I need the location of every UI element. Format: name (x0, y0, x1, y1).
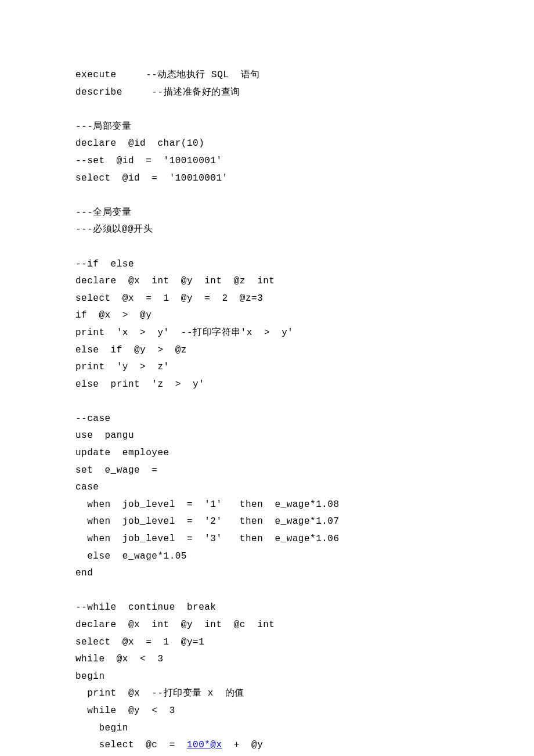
code-line: select @id = '10010001' (75, 170, 459, 188)
code-text: --while continue break (75, 602, 216, 613)
code-text: ---全局变量 (75, 207, 131, 218)
code-link[interactable]: 100*@x (187, 740, 222, 750)
code-text: end (75, 568, 93, 578)
code-text: --set @id = '10010001' (75, 156, 222, 166)
code-line: print 'x > y' --打印字符串'x > y' (75, 325, 459, 342)
code-line: update employee (75, 445, 459, 462)
code-text: select @x = 1 @y = 2 @z=3 (75, 293, 263, 304)
code-text (75, 190, 81, 200)
code-text: declare @id char(10) (75, 138, 204, 149)
code-text: print 'y > z' (75, 362, 169, 372)
code-line: declare @x int @y int @z int (75, 273, 459, 290)
code-line (75, 239, 459, 256)
code-text: case (75, 482, 99, 492)
code-line: use pangu (75, 427, 459, 445)
code-text: describe --描述准备好的查询 (75, 87, 240, 98)
code-line: set e_wage = (75, 462, 459, 480)
code-text (75, 585, 81, 596)
code-line: case (75, 479, 459, 496)
code-text: else if @y > @z (75, 345, 187, 355)
code-text: print 'x > y' --打印字符串'x > y' (75, 327, 293, 338)
code-line: while @y < 3 (75, 703, 459, 720)
code-text: --if else (75, 259, 134, 269)
code-text (75, 104, 81, 114)
code-line: if @x > @y (75, 307, 459, 325)
code-text: use pangu (75, 430, 134, 441)
code-text: while @x < 3 (75, 654, 164, 664)
code-text: declare @x int @y int @z int (75, 276, 275, 286)
code-text: select @x = 1 @y=1 (75, 637, 204, 647)
code-line: else print 'z > y' (75, 376, 459, 394)
code-line: print 'y > z' (75, 359, 459, 376)
code-line: select @x = 1 @y = 2 @z=3 (75, 290, 459, 308)
code-text (75, 242, 81, 252)
code-line (75, 187, 459, 204)
code-text: while @y < 3 (75, 705, 175, 716)
code-line: ---全局变量 (75, 204, 459, 222)
code-text: declare @x int @y int @c int (75, 620, 275, 630)
code-text: begin (75, 671, 105, 682)
code-line: when job_level = '2' then e_wage*1.07 (75, 513, 459, 531)
code-line: when job_level = '3' then e_wage*1.06 (75, 531, 459, 548)
document-page: execute --动态地执行 SQL 语句describe --描述准备好的查… (0, 0, 534, 756)
code-line: --while continue break (75, 599, 459, 617)
code-text: when job_level = '1' then e_wage*1.08 (75, 499, 340, 510)
code-line: ---必须以@@开头 (75, 221, 459, 239)
code-line: --case (75, 411, 459, 428)
code-line: execute --动态地执行 SQL 语句 (75, 67, 459, 84)
code-line: declare @id char(10) (75, 135, 459, 153)
code-line (75, 101, 459, 118)
code-line: while @x < 3 (75, 651, 459, 668)
code-line: else e_wage*1.05 (75, 548, 459, 566)
code-text: begin (75, 723, 128, 733)
code-text: if @x > @y (75, 310, 151, 321)
code-text: execute --动态地执行 SQL 语句 (75, 70, 260, 80)
code-line (75, 393, 459, 411)
code-text: ---必须以@@开头 (75, 224, 153, 235)
code-text: else print 'z > y' (75, 379, 204, 390)
code-line: else if @y > @z (75, 342, 459, 359)
code-line: select @x = 1 @y=1 (75, 634, 459, 651)
code-text: update employee (75, 448, 169, 458)
code-text: ---局部变量 (75, 121, 131, 132)
code-line: describe --描述准备好的查询 (75, 84, 459, 102)
code-text: else e_wage*1.05 (75, 551, 187, 561)
code-line: declare @x int @y int @c int (75, 617, 459, 634)
code-line: print @x --打印变量 x 的值 (75, 685, 459, 703)
code-line (75, 582, 459, 600)
code-line: --if else (75, 256, 459, 273)
code-text: print @x --打印变量 x 的值 (75, 688, 244, 699)
code-line: when job_level = '1' then e_wage*1.08 (75, 496, 459, 514)
code-line: begin (75, 668, 459, 686)
code-text: when job_level = '3' then e_wage*1.06 (75, 534, 340, 544)
code-text: set e_wage = (75, 465, 157, 476)
code-line: begin (75, 720, 459, 737)
code-line: --set @id = '10010001' (75, 153, 459, 170)
code-block: execute --动态地执行 SQL 语句describe --描述准备好的查… (75, 67, 459, 756)
code-text: select @c = (75, 740, 187, 750)
code-line: end (75, 565, 459, 582)
code-text: --case (75, 413, 111, 424)
code-text: select @id = '10010001' (75, 173, 228, 183)
code-line: select @c = 100*@x + @y (75, 737, 459, 754)
code-text: + @y (222, 740, 264, 750)
code-text (75, 396, 81, 406)
code-text: when job_level = '2' then e_wage*1.07 (75, 516, 340, 527)
code-line: ---局部变量 (75, 118, 459, 136)
